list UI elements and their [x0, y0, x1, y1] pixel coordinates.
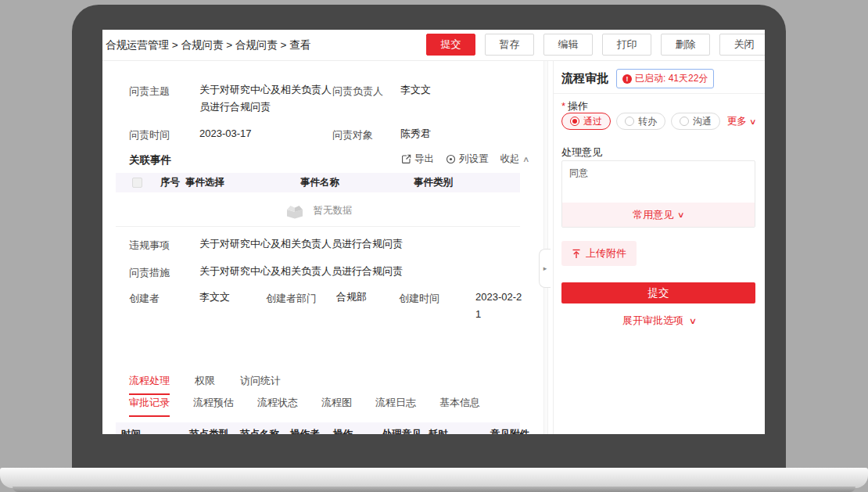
common-opinions-button[interactable]: 常用意见 ∨ [562, 203, 755, 227]
related-events-title: 关联事件 [129, 153, 171, 167]
tab-process-status[interactable]: 流程状态 [257, 396, 298, 417]
laptop-base [0, 468, 868, 488]
submit-button[interactable]: 提交 [426, 34, 475, 56]
select-all-checkbox[interactable] [132, 178, 142, 188]
violation-label: 违规事项 [129, 239, 170, 253]
primary-tabs: 流程处理 权限 访问统计 [129, 374, 281, 395]
tab-permissions[interactable]: 权限 [195, 374, 215, 395]
breadcrumb: 合规运营管理 > 合规问责 > 合规问责 > 查看 [106, 30, 310, 61]
rec-col-operator: 操作者 [290, 428, 320, 434]
app-window: 合规运营管理 > 合规问责 > 合规问责 > 查看 提交 暂存 编辑 打印 删除… [102, 30, 765, 434]
main-area: 问责主题 关于对研究中心及相关负责人员进行合规问责 问责负责人 李文文 问责时间… [102, 61, 765, 434]
opinion-textarea[interactable]: 同意 [562, 161, 755, 203]
records-table-header: 时间 节点类型 节点名称 操作者 操作 处理意见 耗时 意见附件 [116, 422, 520, 434]
upload-attachment-button[interactable]: 上传附件 [561, 241, 637, 266]
tab-approval-records[interactable]: 审批记录 [129, 396, 170, 417]
required-asterisk: * [561, 100, 565, 112]
more-options-link[interactable]: 更多 ∨ [727, 115, 755, 128]
target-value: 陈秀君 [400, 125, 431, 142]
chevron-right-icon: ▸ [543, 264, 547, 272]
opinion-box: 同意 常用意见 ∨ [561, 160, 755, 228]
tab-process-handling[interactable]: 流程处理 [129, 374, 170, 395]
approval-panel: 流程审批 ! 已启动: 41天22分 *操作 通过 [553, 61, 765, 434]
time-label: 问责时间 [129, 128, 170, 142]
edit-button[interactable]: 编辑 [543, 34, 593, 56]
events-table-header: 序号 事件选择 事件名称 事件类别 [116, 173, 520, 192]
laptop-base-lip [13, 487, 855, 492]
option-transfer-radio[interactable]: 转办 [616, 113, 665, 130]
tab-process-log[interactable]: 流程日志 [375, 396, 416, 417]
content-scrollbar[interactable] [543, 61, 548, 434]
rec-col-node-name: 节点名称 [240, 428, 279, 434]
expand-approval-options-link[interactable]: 展开审批选项 ∨ [554, 314, 765, 328]
action-label: *操作 [561, 99, 588, 113]
events-col-category: 事件类别 [414, 176, 453, 189]
started-indicator-icon: ! [622, 74, 632, 84]
rec-col-opinion: 处理意见 [382, 428, 421, 434]
export-icon [401, 154, 411, 164]
option-communicate-radio[interactable]: 沟通 [671, 113, 720, 130]
column-settings-button[interactable]: 列设置 [446, 153, 489, 166]
chevron-up-icon: ∧ [522, 155, 529, 163]
tab-access-stats[interactable]: 访问统计 [240, 374, 281, 395]
action-options: 通过 转办 沟通 [561, 113, 720, 130]
chevron-down-icon: ∨ [677, 210, 685, 219]
measures-label: 问责措施 [129, 266, 170, 280]
related-events-toolbar: 导出 列设置 收起 ∧ [401, 153, 529, 166]
tab-basic-info[interactable]: 基本信息 [439, 396, 480, 417]
measures-value: 关于对研究中心及相关负责人员进行合规问责 [199, 263, 403, 280]
print-button[interactable]: 打印 [602, 34, 651, 56]
export-button[interactable]: 导出 [401, 153, 434, 166]
rec-col-attachment: 意见附件 [490, 428, 529, 434]
radio-icon [680, 117, 689, 126]
events-col-index: 序号 [160, 176, 180, 189]
header-action-buttons: 提交 暂存 编辑 打印 删除 关闭 [426, 34, 765, 56]
radio-icon [625, 117, 634, 126]
subject-value: 关于对研究中心及相关负责人员进行合规问责 [199, 81, 337, 116]
creator-label: 创建者 [129, 292, 160, 306]
approval-panel-title: 流程审批 [561, 71, 608, 86]
creator-dept-value: 合规部 [336, 289, 367, 306]
events-col-select: 事件选择 [185, 176, 224, 189]
secondary-tabs: 审批记录 流程预估 流程状态 流程图 流程日志 基本信息 [129, 396, 480, 417]
owner-label: 问责负责人 [332, 84, 383, 99]
tab-process-diagram[interactable]: 流程图 [321, 396, 352, 417]
creator-value: 李文文 [199, 289, 230, 306]
page-header: 合规运营管理 > 合规问责 > 合规问责 > 查看 提交 暂存 编辑 打印 删除… [102, 30, 765, 61]
target-label: 问责对象 [332, 128, 373, 142]
time-value: 2023-03-17 [199, 125, 252, 142]
panel-collapse-handle[interactable]: ▸ [539, 249, 551, 288]
delete-button[interactable]: 删除 [661, 34, 710, 56]
chevron-down-icon: ∨ [689, 316, 697, 326]
created-time-value: 2023-02-21 [475, 289, 524, 323]
owner-value: 李文文 [400, 81, 431, 99]
events-empty-state: 暂无数据 [116, 196, 520, 227]
approval-panel-header: 流程审批 ! 已启动: 41天22分 [561, 69, 714, 88]
rec-col-time: 时间 [121, 428, 141, 434]
tab-process-estimate[interactable]: 流程预估 [193, 396, 234, 417]
close-button[interactable]: 关闭 [719, 34, 765, 56]
empty-text: 暂无数据 [314, 204, 353, 217]
option-approve-radio[interactable]: 通过 [561, 113, 611, 130]
creator-dept-label: 创建者部门 [266, 292, 317, 306]
column-settings-icon [446, 154, 456, 164]
panel-submit-button[interactable]: 提交 [561, 282, 755, 303]
events-col-name: 事件名称 [300, 176, 339, 189]
status-badge: ! 已启动: 41天22分 [616, 69, 714, 88]
panel-divider [554, 93, 765, 94]
chevron-down-icon: ∨ [749, 117, 757, 126]
created-time-label: 创建时间 [399, 292, 439, 306]
subject-label: 问责主题 [129, 84, 170, 99]
violation-value: 关于对研究中心及相关负责人员进行合规问责 [199, 235, 403, 253]
status-text: 已启动: 41天22分 [635, 72, 708, 85]
radio-selected-icon [570, 117, 579, 126]
upload-icon [572, 249, 581, 259]
rec-col-duration: 耗时 [429, 428, 448, 434]
empty-box-icon [284, 203, 306, 220]
laptop-bezel: 合规运营管理 > 合规问责 > 合规问责 > 查看 提交 暂存 编辑 打印 删除… [72, 5, 786, 469]
rec-col-node-type: 节点类型 [189, 428, 228, 434]
opinion-label: 处理意见 [561, 145, 602, 160]
collapse-section-button[interactable]: 收起 ∧ [500, 153, 529, 166]
rec-col-operation: 操作 [333, 428, 353, 434]
save-draft-button[interactable]: 暂存 [485, 34, 534, 56]
